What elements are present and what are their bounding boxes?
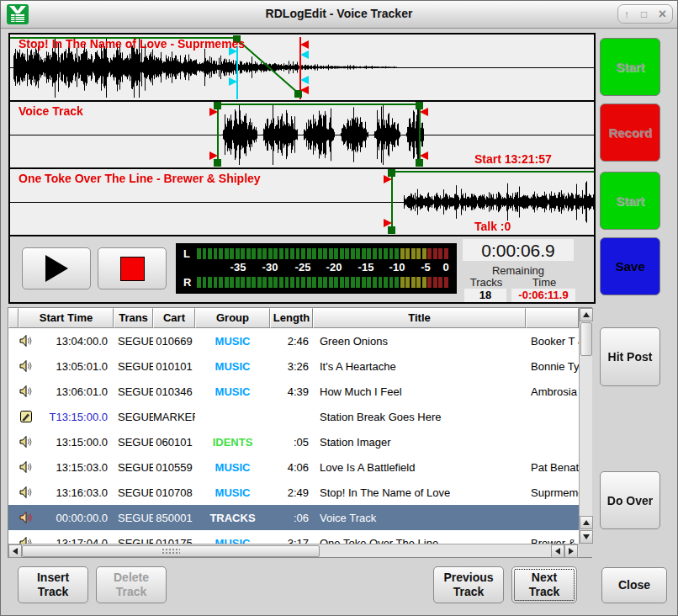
horizontal-scrollbar[interactable] [8, 544, 579, 557]
scroll-down-button[interactable] [580, 530, 593, 544]
row-start-time: 13:04:00.0 [42, 335, 114, 348]
save-button[interactable]: Save [600, 237, 660, 295]
column-header[interactable]: Cart [153, 308, 195, 328]
audio-level-meter: L R -35-30-25-20-15-10-50 [176, 243, 457, 294]
voice-tracker-window: RDLogEdit - Voice Tracker ↑ □ × [0, 0, 678, 616]
table-row[interactable]: 00:00:00.0 SEGUE 850001 TRACKS :06 Voice… [8, 505, 579, 530]
row-title: Station Imager [313, 436, 526, 449]
remaining-tracks-value: 18 [464, 289, 506, 302]
do-over-button[interactable]: Do Over [600, 471, 660, 529]
next-track-button[interactable]: Next Track [511, 566, 577, 603]
log-table: Start TimeTransCartGroupLengthTitle 13:0… [8, 307, 592, 558]
row-title: Stop! In The Name of Love [313, 486, 526, 499]
stop-icon [120, 257, 145, 281]
column-header[interactable]: Trans [114, 308, 153, 328]
remaining-time-value: -0:06:11.9 [511, 289, 575, 302]
record-button[interactable]: Record [600, 104, 660, 162]
row-start-time: 13:06:01.0 [42, 385, 114, 398]
row-cart: 010708 [153, 486, 195, 499]
scroll-right-button[interactable] [564, 544, 578, 558]
hit-post-button[interactable]: Hit Post [600, 327, 660, 386]
track-1-waveform[interactable]: Stop! In The Name of Love - Suprmemes [10, 35, 594, 102]
horizontal-scrollbar-thumb[interactable] [22, 545, 320, 557]
row-group: MUSIC [195, 385, 270, 398]
column-header[interactable]: Title [313, 308, 526, 328]
start-track1-button[interactable]: Start [600, 38, 660, 96]
scroll-up-button[interactable] [580, 308, 593, 321]
track-2-start-time-label: Start 13:21:57 [474, 152, 552, 166]
meter-scale-tick: -15 [358, 261, 374, 273]
column-header[interactable]: Length [270, 308, 313, 328]
meter-scale-tick: -5 [421, 261, 431, 273]
row-length: :05 [270, 436, 313, 449]
table-row[interactable]: 13:04:00.0 SEGUE 010669 MUSIC 2:46 Green… [8, 328, 579, 353]
remaining-label: Remaining [463, 264, 574, 277]
row-title: It's A Heartache [313, 360, 526, 373]
table-row[interactable]: 13:06:01.0 SEGUE 010346 MUSIC 4:39 How M… [8, 379, 579, 404]
row-start-time: 13:05:01.0 [42, 360, 114, 373]
row-length: 4:06 [270, 461, 313, 474]
row-title: Station Break Goes Here [313, 411, 526, 423]
voice-tracker-panel: Stop! In The Name of Love - Suprmemes Vo… [8, 33, 596, 304]
scroll-up-button-bottom[interactable] [580, 516, 593, 529]
speaker-icon [8, 385, 42, 398]
scroll-left-button[interactable] [8, 544, 22, 558]
row-cart: MARKER [153, 411, 195, 423]
stop-button[interactable] [98, 247, 167, 289]
close-button[interactable]: Close [601, 567, 667, 603]
meter-left-segments [197, 248, 452, 259]
meter-scale-tick: -25 [295, 261, 311, 273]
meter-scale-tick: -35 [230, 261, 246, 273]
track-2-title: Voice Track [19, 104, 83, 118]
vertical-scrollbar[interactable] [579, 308, 592, 544]
play-icon [45, 255, 68, 282]
table-row[interactable]: 13:17:04.0 SEGUE 010175 MUSIC 3:17 One T… [8, 530, 579, 544]
delete-track-button[interactable]: Delete Track [96, 566, 167, 603]
play-button[interactable] [22, 247, 91, 289]
row-length: 4:39 [270, 385, 313, 398]
row-trans: SEGUE [114, 486, 153, 499]
row-length: :06 [270, 512, 313, 524]
speaker-icon [8, 334, 42, 348]
speaker-active-icon [8, 511, 42, 524]
row-artist: Suprmemes [526, 486, 579, 499]
vertical-scrollbar-thumb[interactable] [580, 322, 592, 356]
close-window-icon[interactable]: × [659, 8, 666, 21]
table-row[interactable]: T13:15:00.0 SEGUE MARKER Station Break G… [8, 404, 579, 429]
column-header[interactable] [8, 308, 19, 328]
row-group: MUSIC [195, 461, 270, 474]
row-trans: SEGUE [114, 360, 153, 373]
row-length: 2:46 [270, 335, 313, 348]
meter-right-label: R [183, 276, 191, 289]
row-start-time: 13:15:00.0 [42, 436, 114, 449]
table-row[interactable]: 13:05:01.0 SEGUE 010101 MUSIC 3:26 It's … [8, 353, 579, 379]
row-artist: Pat Benatar [526, 461, 579, 474]
row-title: One Toke Over The Line [313, 537, 526, 544]
track-3-waveform[interactable]: One Toke Over The Line - Brewer & Shiple… [10, 169, 594, 236]
shade-window-icon[interactable]: ↑ [624, 8, 630, 19]
row-length: 3:26 [270, 360, 313, 373]
table-row[interactable]: 13:16:03.0 SEGUE 010708 MUSIC 2:49 Stop!… [8, 480, 579, 505]
previous-track-button[interactable]: Previous Track [433, 566, 504, 603]
column-header[interactable]: Start Time [19, 308, 114, 328]
remaining-time-label: Time [515, 276, 574, 289]
speaker-icon [8, 435, 42, 449]
elapsed-time-display: 0:00:06.9 [463, 239, 574, 261]
column-header[interactable] [526, 308, 579, 328]
table-row[interactable]: 13:15:03.0 SEGUE 010559 MUSIC 4:06 Love … [8, 454, 579, 480]
track-2-waveform[interactable]: Voice Track Start 13:21:57 [10, 102, 594, 169]
delete-track-label-2: Track [116, 585, 147, 599]
scroll-left-button-right[interactable] [551, 544, 564, 558]
meter-right-segments [197, 277, 452, 288]
row-artist: Booker T & [526, 335, 579, 348]
column-header[interactable]: Group [195, 308, 270, 328]
speaker-icon [8, 536, 42, 544]
start-track3-button[interactable]: Start [600, 172, 660, 230]
row-start-time: 13:16:03.0 [42, 486, 114, 499]
table-row[interactable]: 13:15:00.0 SEGUE 060101 IDENTS :05 Stati… [8, 429, 579, 454]
log-header: Start TimeTransCartGroupLengthTitle [8, 308, 579, 328]
transport-bar: L R -35-30-25-20-15-10-50 0:00:06.9 Rema… [10, 236, 594, 302]
meter-scale-tick: 0 [442, 261, 448, 273]
maximize-window-icon[interactable]: □ [641, 9, 647, 19]
insert-track-button[interactable]: Insert Track [18, 566, 88, 603]
